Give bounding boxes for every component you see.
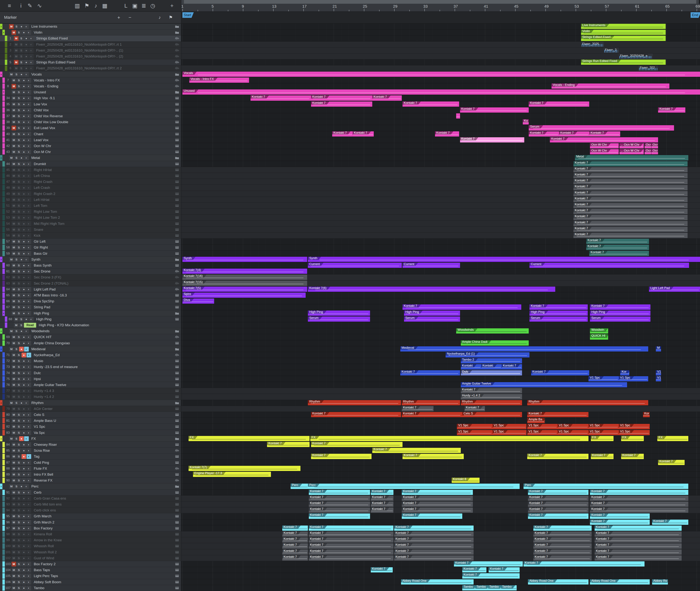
record-arm-button[interactable]: ●	[21, 203, 26, 208]
track-row-39[interactable]: 39MS●◐Evil Lead Vox	[0, 125, 181, 131]
clip-kontakt-7[interactable]: Kontakt 7	[533, 543, 592, 548]
monitor-button[interactable]: ◐	[26, 144, 31, 148]
track-name[interactable]: Kimera Roll	[34, 531, 173, 537]
solo-button[interactable]: S	[16, 215, 21, 220]
solo-button[interactable]: S	[14, 347, 19, 351]
clip-kontakt-7[interactable]: Kontakt 7	[573, 209, 688, 214]
track-name[interactable]: High Vox -9.1	[34, 95, 173, 101]
clip-serum[interactable]: Serum	[590, 317, 650, 322]
monitor-button[interactable]: ◐	[26, 149, 31, 154]
clip-kontakt-7[interactable]: Kontakt 7	[573, 173, 688, 178]
record-arm-button[interactable]: ●	[21, 305, 26, 310]
clip-kontakt-7[interactable]: Kontakt 7	[309, 543, 393, 548]
track-row-96[interactable]: 96MS●◐Grth March 2	[0, 519, 181, 525]
clip-ocn-w-chr[interactable]: Ocn W Chr	[623, 143, 644, 148]
clip-kontakt-7[interactable]: Kontakt 7	[251, 95, 311, 101]
clip-tambo[interactable]: Tambo	[475, 585, 488, 590]
record-arm-button[interactable]: ●	[21, 221, 26, 226]
monitor-button[interactable]: ◐	[26, 358, 31, 364]
record-arm-button[interactable]: ●	[21, 394, 26, 399]
monitor-button[interactable]: ◐	[26, 388, 31, 393]
mute-button[interactable]: M	[11, 311, 16, 316]
track-name[interactable]: Perc	[31, 483, 173, 489]
mute-button[interactable]: M	[11, 132, 16, 137]
mute-button[interactable]: M	[14, 323, 18, 328]
record-arm-button[interactable]: ●	[21, 550, 26, 554]
track-row-89[interactable]: 89MS●◐Intro FX Bell	[0, 471, 181, 477]
solo-button[interactable]: S	[16, 269, 21, 274]
track-row-3[interactable]: 3MS●◐Fiverr_20250428_ed3131610_NickMonto…	[0, 48, 181, 53]
clip-vocals[interactable]: Vocals	[182, 72, 700, 77]
track-row-85[interactable]: 85MS●◐Scna Rise	[0, 448, 181, 454]
record-arm-button[interactable]: ●	[21, 149, 26, 154]
monitor-button[interactable]: ◐	[26, 179, 31, 184]
track-name[interactable]: Kick	[34, 233, 173, 238]
monitor-button[interactable]: ◐	[24, 436, 29, 441]
record-arm-button[interactable]: ●	[21, 114, 26, 119]
record-arm-button[interactable]: ●	[21, 556, 26, 561]
clip-medieval[interactable]: Medieval	[400, 346, 648, 351]
monitor-button[interactable]: ◐	[26, 120, 31, 125]
clip-kontakt-7[interactable]: Kontakt 7	[527, 412, 588, 417]
track-row-79[interactable]: 79MS●◐AGtr Center	[0, 406, 181, 412]
mute-button[interactable]: M	[9, 484, 14, 489]
mute-button[interactable]: M	[14, 60, 18, 65]
clip-kontakt-7[interactable]: Kontakt 7	[371, 567, 393, 573]
track-name[interactable]: AGtr Center	[34, 406, 173, 412]
monitor-button[interactable]: ◐	[26, 580, 31, 585]
record-arm-button[interactable]: ●	[21, 245, 26, 250]
clip-kontakt-7[interactable]: Kontakt 7	[589, 251, 649, 256]
record-arm-button[interactable]: ●	[24, 54, 28, 59]
monitor-button[interactable]: ◐	[26, 78, 31, 83]
track-row-56[interactable]: 56MS●◐Kick	[0, 233, 181, 239]
track-row-83[interactable]: 83MS●◐Va Spc	[0, 430, 181, 436]
track-name[interactable]: Cerb Mid tom ens	[34, 502, 173, 507]
track-name[interactable]: Whoosh Roll	[34, 543, 173, 549]
clip-kontakt-7-15-[interactable]: Kontakt 7(15)	[182, 281, 307, 286]
record-arm-button[interactable]: ●	[21, 299, 26, 304]
clip-kontakt-7[interactable]: Kontakt 7	[394, 537, 473, 542]
record-arm-button[interactable]: ●	[21, 132, 26, 137]
track-name[interactable]: High Ping	[36, 316, 173, 322]
solo-button[interactable]: S	[16, 341, 21, 345]
record-arm-button[interactable]: ●	[24, 42, 28, 47]
monitor-button[interactable]: ◐	[26, 431, 31, 435]
clip-kontakt-7[interactable]: Kontakt 7	[371, 490, 393, 495]
monitor-button[interactable]: ◐	[26, 335, 31, 339]
clip-kontakt-7[interactable]: Kontakt 7	[529, 305, 588, 310]
monitor-button[interactable]: ◐	[26, 90, 31, 94]
clip-kontakt-7[interactable]: Kontakt 7	[394, 526, 473, 531]
solo-button[interactable]: S	[16, 424, 21, 429]
folder-expand-icon[interactable]: ▲	[0, 155, 2, 160]
monitor-button[interactable]: ◐	[26, 442, 31, 447]
record-arm-button[interactable]: ●	[21, 197, 26, 202]
track-row-59[interactable]: 59MS●◐Bass Gtr	[0, 251, 181, 257]
clip-tambo[interactable]: Tambo	[488, 585, 501, 590]
track-name[interactable]: Scna Rise	[34, 448, 173, 453]
clip-nyckelharpa-ed-1-[interactable]: Nyckelharpa_Ed (1)	[446, 352, 529, 357]
track-name[interactable]: Tag	[34, 454, 173, 459]
monitor-button[interactable]: ◐	[26, 460, 31, 465]
marker-remove-button[interactable]: −	[126, 12, 134, 23]
monitor-button[interactable]: ◐	[24, 72, 29, 77]
clip-v1-spc[interactable]: V1 Spc	[493, 430, 526, 435]
mute-button[interactable]: M	[11, 383, 16, 387]
clip-kontakt-7[interactable]: Kontakt 7	[573, 203, 688, 208]
track-row-medieval[interactable]: ▲MS●◐Medieval	[0, 346, 181, 352]
solo-button[interactable]: S	[16, 478, 21, 483]
clip-fiverr-2025[interactable]: Fiverr_2025	[581, 42, 604, 47]
monitor-button[interactable]: ◐	[26, 203, 31, 208]
mute-button[interactable]: M	[11, 102, 16, 107]
clip-kontakt-7[interactable]: Kontakt 7	[282, 549, 308, 554]
monitor-button[interactable]: ◐	[26, 412, 31, 417]
clip-live-instruments[interactable]: Live Instruments	[581, 24, 666, 29]
monitor-button[interactable]: ◐	[26, 281, 31, 286]
solo-button[interactable]: S	[16, 191, 21, 196]
clip-v1-spc[interactable]: V1 Spc	[619, 376, 648, 381]
track-row-68[interactable]: 68MS●◐High Ping	[0, 316, 181, 322]
clip-kontakt-7[interactable]: Kontakt 7	[353, 131, 374, 137]
track-name[interactable]: Lead Vox	[34, 137, 173, 143]
mute-button[interactable]: M	[11, 496, 16, 501]
monitor-button[interactable]: ◐	[26, 108, 31, 113]
solo-button[interactable]: S	[16, 126, 21, 130]
